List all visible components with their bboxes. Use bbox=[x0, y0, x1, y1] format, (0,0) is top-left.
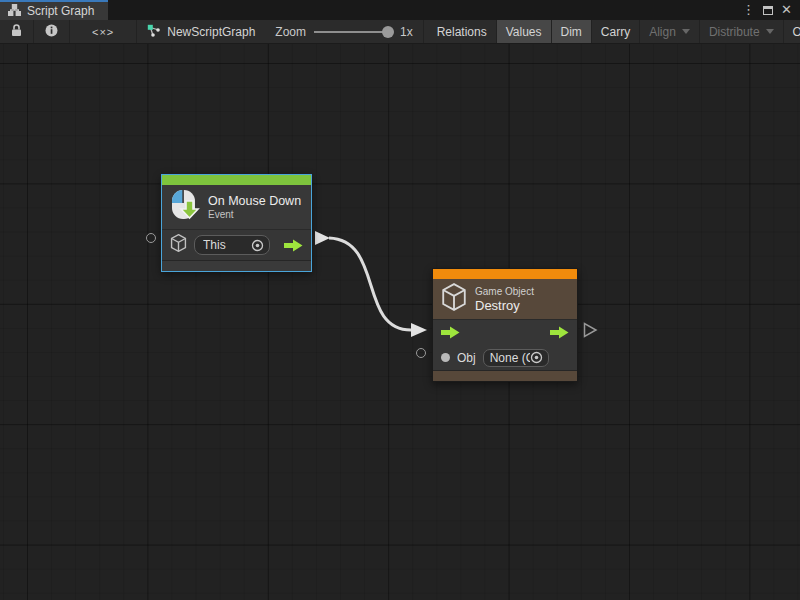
destroy-obj-input-port[interactable] bbox=[416, 348, 426, 358]
wire-source-arrowhead bbox=[315, 231, 330, 245]
game-object-icon bbox=[441, 283, 467, 315]
node-on-mouse-down[interactable]: On Mouse Down Event This bbox=[161, 174, 312, 272]
toolbar-button-dim[interactable]: Dim bbox=[552, 20, 592, 43]
mouse-down-event-icon bbox=[170, 189, 200, 225]
graph-toolbar: <×> NewScriptGraph Zoom 1x bbox=[0, 20, 800, 44]
event-target-input-port[interactable] bbox=[146, 233, 156, 243]
node-footer bbox=[433, 370, 577, 381]
game-object-icon bbox=[170, 234, 187, 256]
graph-name-label: NewScriptGraph bbox=[167, 25, 255, 39]
node-category: Game Object bbox=[475, 286, 534, 297]
flow-output-port[interactable] bbox=[284, 239, 303, 252]
zoom-slider-handle[interactable] bbox=[382, 26, 394, 38]
code-icon: <×> bbox=[92, 26, 114, 38]
toolbar-button-relations[interactable]: Relations bbox=[428, 20, 497, 43]
toolbar-button-distribute[interactable]: Distribute bbox=[700, 20, 784, 43]
tab-title: Script Graph bbox=[27, 4, 94, 18]
node-title: On Mouse Down bbox=[208, 194, 301, 208]
node-subtitle: Event bbox=[208, 209, 301, 220]
toolbar-button-carry[interactable]: Carry bbox=[592, 20, 640, 43]
node-destroy[interactable]: Game Object Destroy bbox=[432, 268, 578, 382]
node-header: On Mouse Down Event bbox=[162, 185, 311, 229]
destroy-flow-output-port[interactable] bbox=[585, 324, 597, 337]
toolbar-button-overview[interactable]: Overview bbox=[784, 20, 800, 43]
info-icon bbox=[45, 24, 58, 40]
graph-asset-icon bbox=[147, 24, 161, 40]
event-accent-bar bbox=[162, 175, 311, 185]
close-icon[interactable]: ✕ bbox=[781, 0, 792, 20]
tab-bar: Script Graph ⋮ ✕ bbox=[0, 0, 800, 20]
node-header: Game Object Destroy bbox=[433, 279, 577, 319]
obj-value-port-dot[interactable] bbox=[441, 353, 450, 362]
lock-button[interactable] bbox=[0, 20, 34, 43]
obj-object-value: None (O bbox=[490, 351, 530, 365]
flow-input-port[interactable] bbox=[441, 326, 460, 339]
script-graph-window: Script Graph ⋮ ✕ bbox=[0, 0, 800, 600]
destroy-accent-bar bbox=[433, 269, 577, 279]
graph-canvas[interactable]: On Mouse Down Event This bbox=[0, 44, 800, 600]
target-object-field[interactable]: This bbox=[194, 235, 270, 255]
flow-output-arrow[interactable] bbox=[550, 326, 569, 339]
obj-param-label: Obj bbox=[457, 351, 476, 365]
maximize-icon[interactable] bbox=[763, 1, 773, 19]
code-preview-button[interactable]: <×> bbox=[70, 20, 137, 43]
node-title: Destroy bbox=[475, 298, 534, 313]
window-controls: ⋮ ✕ bbox=[742, 0, 800, 20]
wire-layer bbox=[0, 44, 800, 600]
node-footer bbox=[162, 260, 311, 271]
toolbar-button-values[interactable]: Values bbox=[497, 20, 552, 43]
object-picker-icon[interactable] bbox=[251, 239, 264, 252]
zoom-slider[interactable] bbox=[314, 25, 392, 39]
obj-object-field[interactable]: None (O bbox=[483, 349, 549, 367]
zoom-control: Zoom 1x bbox=[265, 20, 422, 43]
chevron-down-icon bbox=[682, 29, 690, 34]
target-object-value: This bbox=[203, 238, 226, 252]
tab-script-graph[interactable]: Script Graph bbox=[0, 0, 108, 20]
lock-icon bbox=[11, 24, 22, 40]
window-menu-icon[interactable]: ⋮ bbox=[742, 0, 755, 20]
object-picker-icon[interactable] bbox=[530, 351, 543, 364]
wire-end-arrowhead bbox=[411, 323, 427, 337]
connection-wire[interactable] bbox=[329, 238, 411, 330]
graph-reference-button[interactable]: NewScriptGraph bbox=[137, 20, 265, 43]
zoom-label: Zoom bbox=[275, 25, 306, 39]
zoom-value: 1x bbox=[400, 25, 413, 39]
toolbar-button-align[interactable]: Align bbox=[640, 20, 700, 43]
graph-hierarchy-icon bbox=[8, 4, 21, 19]
chevron-down-icon bbox=[766, 29, 774, 34]
info-button[interactable] bbox=[34, 20, 70, 43]
